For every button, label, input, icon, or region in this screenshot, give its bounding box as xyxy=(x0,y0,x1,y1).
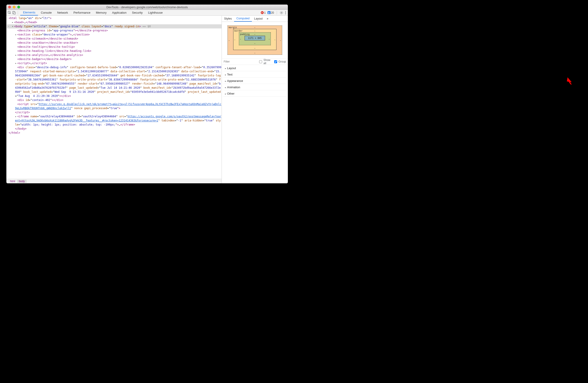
message-count-label: 20 xyxy=(271,11,274,14)
dom-tree[interactable]: <html lang="en" dir="ltr">▸<head>…</head… xyxy=(6,16,222,179)
side-tab-computed[interactable]: Computed xyxy=(234,16,252,22)
styles-sidebar: Styles Computed Layout » margin ---- bor… xyxy=(222,16,288,183)
main-toolbar: Elements Console Network Performance Mem… xyxy=(6,10,288,16)
inspect-element-icon[interactable] xyxy=(8,11,11,15)
svg-point-4 xyxy=(285,11,286,12)
section-animation[interactable]: Animation xyxy=(223,84,287,90)
titlebar: DevTools - developers.google.com/web/too… xyxy=(6,4,288,10)
error-count[interactable]: ✕ 1 xyxy=(261,11,266,14)
content-area: <html lang="en" dir="ltr">▸<head>…</head… xyxy=(6,16,288,183)
divider xyxy=(277,11,277,15)
crumb-body[interactable]: body xyxy=(17,180,27,183)
box-padding-label: padding xyxy=(240,33,250,36)
filter-input[interactable] xyxy=(224,60,258,63)
group-checkbox[interactable] xyxy=(274,60,277,63)
box-content-size: 1171 × 845 xyxy=(245,36,265,40)
show-all-label: Show all xyxy=(263,58,273,65)
minimize-icon[interactable] xyxy=(13,6,16,8)
svg-rect-2 xyxy=(14,12,16,14)
tab-security[interactable]: Security xyxy=(129,10,146,16)
section-text[interactable]: Text xyxy=(223,72,287,77)
sidebar-tabs: Styles Computed Layout » xyxy=(222,16,288,22)
tab-console[interactable]: Console xyxy=(38,10,54,16)
section-layout[interactable]: Layout xyxy=(223,65,287,71)
show-all-checkbox[interactable] xyxy=(259,60,262,63)
svg-point-6 xyxy=(285,13,286,14)
device-toggle-icon[interactable] xyxy=(12,11,16,15)
error-icon: ✕ xyxy=(261,11,264,14)
message-count[interactable]: ❚ 20 xyxy=(268,11,274,14)
box-model[interactable]: margin ---- border ---- padding ---- 117… xyxy=(222,22,288,58)
tab-network[interactable]: Network xyxy=(54,10,71,16)
tab-lighthouse[interactable]: Lighthouse xyxy=(146,10,166,16)
devtools-window: DevTools - developers.google.com/web/too… xyxy=(6,4,288,183)
side-tab-layout[interactable]: Layout xyxy=(252,16,265,22)
elements-panel: <html lang="en" dir="ltr">▸<head>…</head… xyxy=(6,16,222,183)
window-title: DevTools - developers.google.com/web/too… xyxy=(6,5,288,9)
kebab-icon[interactable] xyxy=(285,11,286,15)
section-other[interactable]: Other xyxy=(223,91,287,97)
box-border-label: border xyxy=(234,30,243,32)
tab-performance[interactable]: Performance xyxy=(71,10,93,16)
breadcrumb: html body xyxy=(6,179,222,183)
message-icon: ❚ xyxy=(268,11,271,14)
filter-row: Show all Group xyxy=(222,58,288,65)
zoom-icon[interactable] xyxy=(17,6,20,8)
tab-elements[interactable]: Elements xyxy=(20,10,38,16)
box-margin-label: margin xyxy=(229,26,237,29)
error-count-label: 1 xyxy=(264,11,266,14)
crumb-html[interactable]: html xyxy=(8,180,17,183)
divider xyxy=(18,11,18,15)
tab-application[interactable]: Application xyxy=(109,10,129,16)
section-appearance[interactable]: Appearance xyxy=(223,78,287,84)
side-tab-styles[interactable]: Styles xyxy=(222,16,234,22)
traffic-lights xyxy=(6,6,20,8)
svg-point-5 xyxy=(285,12,286,13)
more-tabs-icon[interactable]: » xyxy=(265,17,270,20)
gear-icon[interactable] xyxy=(280,11,283,15)
computed-sections: Layout Text Appearance Animation Other xyxy=(222,65,288,183)
panel-tabs: Elements Console Network Performance Mem… xyxy=(20,10,165,16)
svg-point-3 xyxy=(281,12,282,13)
close-icon[interactable] xyxy=(8,6,11,8)
group-label: Group xyxy=(278,60,286,63)
tab-memory[interactable]: Memory xyxy=(93,10,109,16)
